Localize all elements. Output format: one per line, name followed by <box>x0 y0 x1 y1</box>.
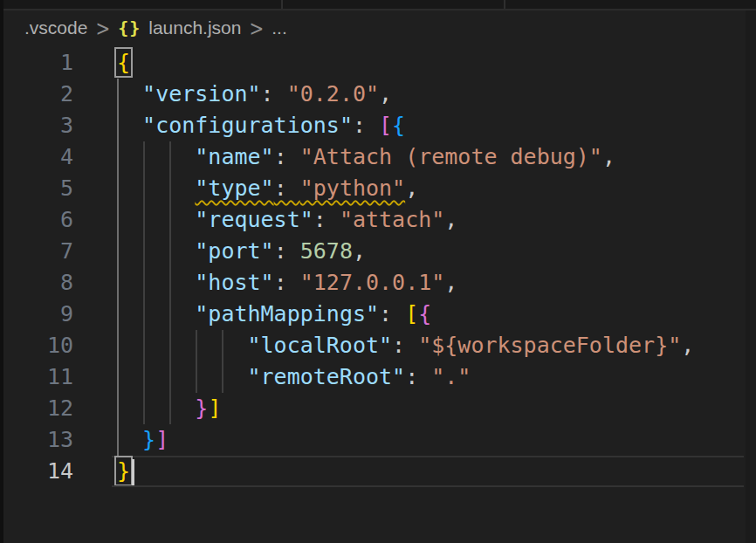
line-number[interactable]: 9 <box>0 299 73 330</box>
code-line[interactable]: 4 "name": "Attach (remote debug)", <box>0 141 756 173</box>
code-area[interactable]: 1{2 "version": "0.2.0",3 "configurations… <box>0 45 756 543</box>
line-number[interactable]: 13 <box>0 424 73 456</box>
line-number[interactable]: 12 <box>0 393 73 424</box>
code-line[interactable]: 11 "remoteRoot": "." <box>0 361 756 393</box>
code-line[interactable]: 7 "port": 5678, <box>0 236 756 267</box>
code-line[interactable]: 5 "type": "python", <box>0 173 756 204</box>
scrollbar-track[interactable] <box>746 10 756 543</box>
chevron-right-icon: > <box>249 15 264 41</box>
breadcrumb: .vscode>{}launch.json>... <box>3 10 756 45</box>
code-text: "version": "0.2.0", <box>116 79 392 110</box>
window-left-edge <box>0 0 3 543</box>
code-line[interactable]: 13 }] <box>0 424 756 456</box>
line-number[interactable]: 4 <box>0 141 73 173</box>
text-cursor <box>132 459 134 485</box>
bracket-match-highlight: } <box>114 456 133 486</box>
line-number[interactable]: 5 <box>0 173 73 204</box>
vscode-editor-window: .vscode>{}launch.json>... 1{2 "version":… <box>0 0 756 543</box>
line-number[interactable]: 11 <box>0 361 73 393</box>
line-number[interactable]: 6 <box>0 204 73 236</box>
code-text: "pathMappings": [{ <box>116 299 431 330</box>
tab-bar <box>3 0 756 10</box>
tab-stub[interactable] <box>283 0 504 9</box>
line-number[interactable]: 14 <box>0 456 73 487</box>
line-number[interactable]: 8 <box>0 267 73 299</box>
line-number[interactable]: 10 <box>0 330 73 361</box>
code-line[interactable]: 12 }] <box>0 393 756 424</box>
code-line[interactable]: 9 "pathMappings": [{ <box>0 299 756 330</box>
tab-stub[interactable] <box>505 0 756 9</box>
code-text: "host": "127.0.0.1", <box>116 267 457 299</box>
line-number[interactable]: 7 <box>0 236 73 267</box>
code-text: "port": 5678, <box>116 236 366 267</box>
code-text: }] <box>116 424 168 456</box>
code-text: }] <box>116 393 221 424</box>
code-text: "remoteRoot": "." <box>116 361 471 393</box>
code-text: "name": "Attach (remote debug)", <box>116 141 615 173</box>
code-line[interactable]: 8 "host": "127.0.0.1", <box>0 267 756 299</box>
chevron-right-icon: > <box>95 15 110 41</box>
code-text: "request": "attach", <box>116 204 457 236</box>
line-number[interactable]: 1 <box>0 47 73 79</box>
line-number[interactable]: 3 <box>0 110 73 141</box>
code-text: "configurations": [{ <box>116 110 405 141</box>
bracket-match-highlight: { <box>114 47 133 78</box>
code-text: { <box>116 47 131 79</box>
code-line[interactable]: 2 "version": "0.2.0", <box>0 79 756 110</box>
code-line[interactable]: 14} <box>0 456 756 487</box>
json-file-icon: {} <box>118 17 141 38</box>
code-line[interactable]: 6 "request": "attach", <box>0 204 756 236</box>
code-text: "localRoot": "${workspaceFolder}", <box>116 330 694 361</box>
breadcrumb-file[interactable]: launch.json <box>148 17 241 38</box>
code-line[interactable]: 10 "localRoot": "${workspaceFolder}", <box>0 330 756 361</box>
line-number[interactable]: 2 <box>0 79 73 110</box>
code-line[interactable]: 1{ <box>0 47 756 79</box>
code-text: "type": "python", <box>116 173 418 204</box>
code-text: } <box>116 456 134 487</box>
breadcrumb-folder[interactable]: .vscode <box>24 17 87 38</box>
breadcrumb-symbol-ellipsis[interactable]: ... <box>271 17 287 38</box>
code-line[interactable]: 3 "configurations": [{ <box>0 110 756 141</box>
tab-stub[interactable] <box>3 0 281 9</box>
